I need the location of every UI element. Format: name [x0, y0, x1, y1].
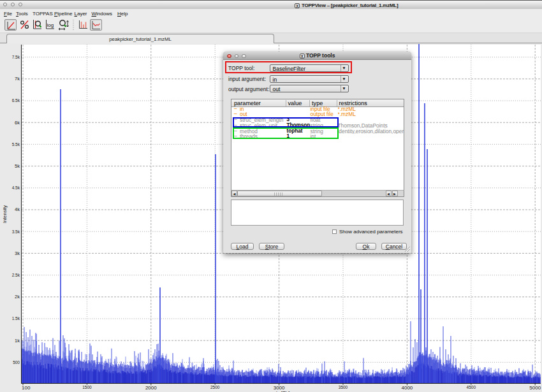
- svg-text:log: log: [47, 22, 54, 28]
- svg-text:100: 100: [22, 385, 31, 391]
- svg-text:Intensity: Intensity: [2, 205, 8, 223]
- svg-text:7.5k: 7.5k: [12, 55, 20, 59]
- svg-text:2k: 2k: [15, 294, 20, 300]
- svg-text:5k: 5k: [15, 163, 20, 169]
- svg-text:4.5k: 4.5k: [12, 185, 20, 190]
- svg-text:5.5k: 5.5k: [12, 142, 20, 147]
- svg-text:6.5k: 6.5k: [12, 98, 20, 103]
- svg-text:2000: 2000: [145, 385, 157, 391]
- svg-text:1.5k: 1.5k: [12, 316, 20, 321]
- svg-text:m/z [Th]: m/z [Th]: [272, 390, 290, 392]
- svg-text:6k: 6k: [15, 120, 20, 126]
- svg-text:1500: 1500: [82, 385, 92, 389]
- svg-text:3500: 3500: [339, 385, 348, 389]
- svg-text:2500: 2500: [210, 385, 220, 389]
- svg-text:5000: 5000: [529, 385, 541, 391]
- svg-text:2.5k: 2.5k: [12, 273, 20, 277]
- svg-text:1k: 1k: [15, 338, 20, 344]
- svg-text:3k: 3k: [15, 250, 20, 256]
- svg-text:500: 500: [13, 360, 20, 365]
- svg-text:4000: 4000: [402, 385, 413, 391]
- svg-text:7k: 7k: [15, 76, 20, 82]
- svg-text:4k: 4k: [15, 207, 20, 212]
- svg-text:4500: 4500: [467, 385, 476, 389]
- svg-text:3.5k: 3.5k: [12, 229, 20, 234]
